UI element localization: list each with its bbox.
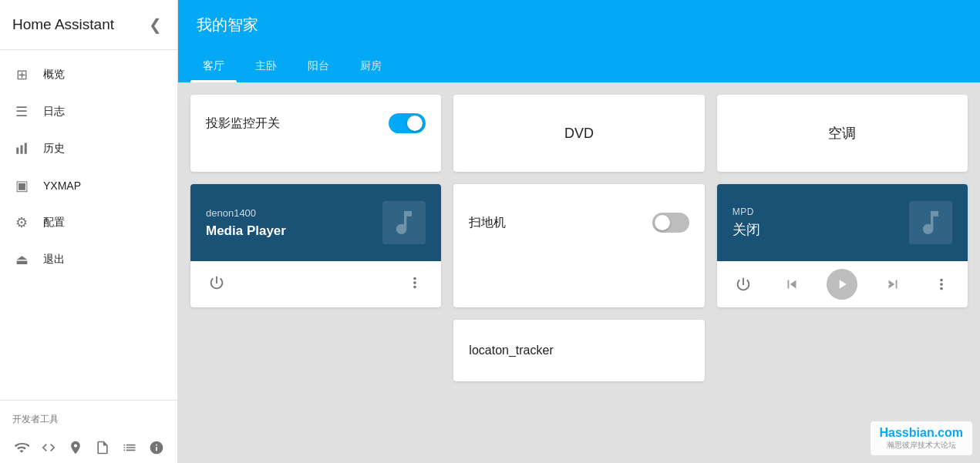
media-player-text: denon1400 Media Player	[206, 207, 286, 239]
media-player-card: denon1400 Media Player	[190, 184, 441, 307]
mpd-power-button[interactable]	[729, 270, 757, 298]
sidebar: Home Assistant ❮ ⊞ 概览 ☰ 日志 历史 ▣ YXMAP ⚙ …	[0, 0, 178, 463]
media-player-controls	[190, 261, 441, 304]
collapse-icon: ❮	[149, 16, 162, 33]
topbar: 我的智家	[178, 0, 980, 50]
sidebar-item-label: YXMAP	[43, 179, 81, 192]
page-title: 我的智家	[197, 15, 258, 35]
sidebar-item-label: 历史	[43, 142, 65, 156]
mpd-prev-button[interactable]	[778, 270, 806, 298]
mpd-service-label: MPD	[732, 206, 760, 217]
sidebar-item-config[interactable]: ⚙ 配置	[0, 204, 177, 241]
sidebar-item-label: 概览	[43, 68, 65, 82]
watermark-subtitle: 瀚思彼岸技术大论坛	[880, 440, 963, 451]
tab-living-room[interactable]: 客厅	[190, 50, 237, 82]
watermark: Hassbian.com 瀚思彼岸技术大论坛	[871, 421, 972, 455]
tabs-bar: 客厅 主卧 阳台 厨房	[178, 50, 980, 82]
media-player-thumbnail	[382, 201, 426, 244]
file-icon[interactable]	[93, 438, 111, 457]
svg-rect-0	[16, 148, 19, 154]
air-con-card: 空调	[717, 95, 968, 172]
sidebar-divider	[0, 400, 177, 401]
code-icon[interactable]	[39, 438, 57, 457]
mpd-card: MPD 关闭	[717, 184, 968, 307]
mpd-controls	[717, 261, 968, 307]
mpd-text: MPD 关闭	[732, 206, 760, 239]
sidebar-header: Home Assistant ❮	[0, 0, 177, 50]
log-icon: ☰	[12, 102, 31, 121]
toggle-card: 投影监控开关	[190, 95, 441, 172]
mpd-more-button[interactable]	[928, 270, 955, 298]
mpd-info: MPD 关闭	[717, 184, 968, 261]
dvd-label: DVD	[453, 95, 704, 172]
media-more-button[interactable]	[401, 269, 429, 297]
sidebar-collapse-button[interactable]: ❮	[146, 12, 165, 37]
media-player-name: Media Player	[206, 223, 286, 239]
mpd-play-button[interactable]	[827, 269, 857, 300]
tab-bedroom[interactable]: 主卧	[243, 50, 289, 82]
list-icon[interactable]	[120, 438, 138, 457]
wifi-icon[interactable]	[12, 438, 30, 457]
sidebar-item-history[interactable]: 历史	[0, 130, 177, 167]
tab-balcony[interactable]: 阳台	[295, 50, 342, 82]
toggle-switch[interactable]	[389, 113, 426, 133]
watermark-brand: Hassbian.com	[880, 426, 963, 440]
media-player-info: denon1400 Media Player	[190, 184, 441, 261]
sidebar-item-label: 配置	[43, 216, 65, 230]
location-label: locaton_tracker	[453, 320, 704, 381]
mpd-thumbnail	[909, 201, 952, 244]
dev-tools-icons	[0, 432, 177, 463]
dev-tools-label: 开发者工具	[0, 407, 177, 432]
sidebar-nav: ⊞ 概览 ☰ 日志 历史 ▣ YXMAP ⚙ 配置 ⏏ 退出	[0, 50, 177, 394]
sidebar-item-yxmap[interactable]: ▣ YXMAP	[0, 167, 177, 204]
location-tracker-card: locaton_tracker	[453, 320, 704, 381]
main-area: 我的智家 客厅 主卧 阳台 厨房 投影监控开关	[178, 0, 980, 463]
sidebar-item-log[interactable]: ☰ 日志	[0, 93, 177, 130]
toggle-card-inner: 投影监控开关	[190, 95, 441, 152]
vacuum-card: 扫地机	[453, 184, 704, 307]
yxmap-icon: ▣	[12, 176, 31, 195]
info-icon[interactable]	[147, 438, 165, 457]
svg-rect-1	[21, 146, 23, 154]
sidebar-item-logout[interactable]: ⏏ 退出	[0, 241, 177, 278]
media-power-button[interactable]	[203, 269, 231, 297]
tab-kitchen[interactable]: 厨房	[348, 50, 394, 82]
media-player-device: denon1400	[206, 207, 286, 219]
logout-icon: ⏏	[12, 250, 31, 269]
vacuum-toggle-switch[interactable]	[652, 213, 689, 233]
sidebar-item-overview[interactable]: ⊞ 概览	[0, 56, 177, 93]
sidebar-item-label: 退出	[43, 253, 65, 267]
sidebar-title: Home Assistant	[12, 16, 114, 33]
overview-icon: ⊞	[12, 65, 31, 84]
history-icon	[12, 139, 31, 158]
vacuum-card-inner: 扫地机	[453, 184, 704, 261]
vacuum-label: 扫地机	[469, 215, 506, 231]
vacuum-toggle-thumb	[655, 215, 670, 230]
config-icon: ⚙	[12, 213, 31, 232]
sidebar-item-label: 日志	[43, 105, 65, 119]
content-grid: 投影监控开关 DVD 空调 denon1400 Media Player	[178, 82, 980, 463]
toggle-label: 投影监控开关	[206, 116, 280, 132]
mpd-next-button[interactable]	[879, 270, 907, 298]
dvd-card: DVD	[453, 95, 704, 172]
mpd-status: 关闭	[732, 220, 760, 239]
svg-rect-2	[25, 143, 27, 154]
air-con-label: 空调	[717, 95, 968, 172]
pin-icon[interactable]	[66, 438, 84, 457]
